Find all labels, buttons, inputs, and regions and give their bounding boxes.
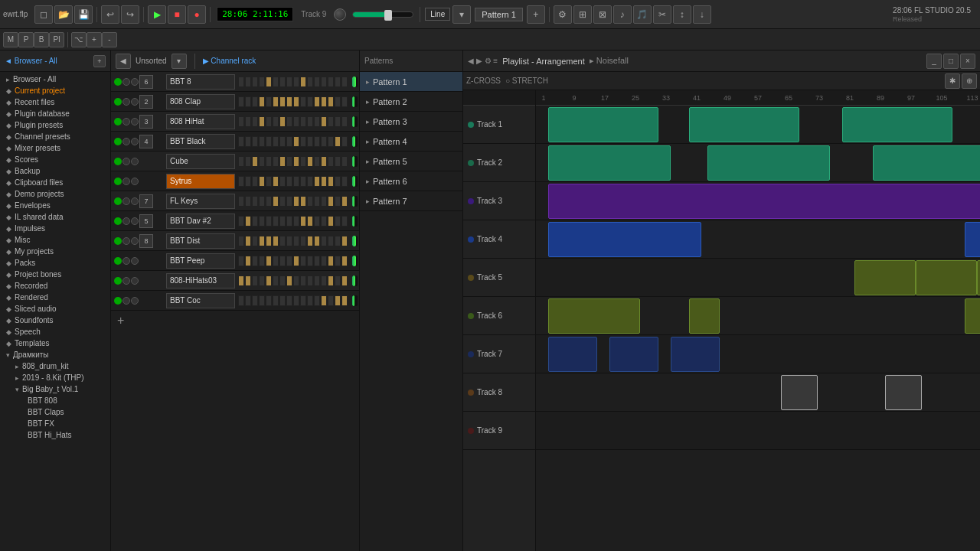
pad-0-13[interactable] [328,77,334,87]
track-block-6-2[interactable] [671,337,720,372]
pad-3-8[interactable] [293,136,299,147]
mute-btn-8[interactable] [114,237,122,245]
pad-0-6[interactable] [279,77,286,87]
tool4[interactable]: ♪ [613,5,632,24]
fx-btn-4[interactable] [131,158,139,165]
pad-2-8[interactable] [293,116,299,127]
pad-7-4[interactable] [266,216,272,227]
pad-11-11[interactable] [314,295,320,306]
close-playlist[interactable]: × [960,54,975,69]
sidebar-item-current-project[interactable]: ◆Current project [0,85,110,96]
pad-8-8[interactable] [293,236,299,246]
pad-9-15[interactable] [341,256,348,266]
pad-5-13[interactable] [328,176,334,187]
pad-10-3[interactable] [259,276,265,286]
redo-btn[interactable]: ↪ [121,5,139,24]
pad-7-0[interactable] [238,216,244,227]
pad-4-11[interactable] [314,156,320,167]
open-btn[interactable]: 📂 [54,5,73,24]
sidebar-item-808_drum_kit[interactable]: ▸808_drum_kit [0,360,110,372]
pad-0-8[interactable] [293,77,299,87]
channel-name-6[interactable]: FL Keys [166,194,235,209]
pad-2-4[interactable] [266,116,272,127]
pad-9-12[interactable] [321,256,327,266]
fx-btn-10[interactable] [131,277,139,285]
pad-2-10[interactable] [307,116,313,127]
sidebar-item-rendered[interactable]: ◆Rendered [0,292,110,303]
fx-btn-3[interactable] [131,138,139,145]
pattern-item-1[interactable]: ▸Pattern 2 [360,92,462,112]
pad-3-0[interactable] [238,136,244,147]
pad-5-4[interactable] [266,176,272,187]
sidebar-item-bbt-808[interactable]: BBT 808 [0,395,110,406]
pad-8-11[interactable] [314,236,320,246]
pad-4-12[interactable] [321,156,327,167]
pad-1-6[interactable] [279,96,286,107]
pad-7-14[interactable] [335,216,341,227]
pad-3-4[interactable] [266,136,272,147]
pad-6-3[interactable] [259,196,265,207]
pattern-item-2[interactable]: ▸Pattern 3 [360,112,462,132]
grid-track-row-1[interactable] [536,144,980,182]
pad-1-15[interactable] [341,96,348,107]
pad-10-13[interactable] [328,276,334,286]
pad-2-6[interactable] [279,116,286,127]
track-block-4-0[interactable] [854,260,916,295]
pad-6-14[interactable] [335,196,341,207]
sidebar-item-clipboard-files[interactable]: ◆Clipboard files [0,177,110,188]
sidebar-item-misc[interactable]: ◆Misc [0,234,110,246]
pad-5-8[interactable] [293,176,299,187]
pad-7-5[interactable] [273,216,279,227]
pad-4-2[interactable] [252,156,258,167]
pad-2-0[interactable] [238,116,244,127]
track-block-6-1[interactable] [609,337,658,372]
tool3[interactable]: ⊠ [593,5,612,24]
fx-btn-5[interactable] [131,178,139,185]
track-label-6[interactable]: Track 7 [463,335,535,373]
grid-track-row-5[interactable] [536,297,980,335]
sidebar-item-2019---8.kit-(thp)[interactable]: ▸2019 - 8.Kit (THP) [0,372,110,383]
grid-track-row-0[interactable] [536,106,980,144]
pad-2-14[interactable] [335,116,341,127]
mute-btn-1[interactable] [114,98,122,106]
channel-name-4[interactable]: Cube [166,154,235,169]
pad-10-15[interactable] [341,276,348,286]
pad-6-11[interactable] [314,196,320,207]
fader-8[interactable] [352,236,358,246]
fader-11[interactable] [352,295,358,306]
undo-btn[interactable]: ↩ [101,5,119,24]
pad-9-7[interactable] [286,256,292,266]
track-block-6-0[interactable] [548,337,597,372]
progress-bar[interactable] [352,11,413,18]
sidebar-item-plugin-presets[interactable]: ◆Plugin presets [0,119,110,131]
grid-track-row-8[interactable] [536,412,980,450]
fader-6[interactable] [352,196,358,207]
mute-btn-5[interactable] [114,178,122,185]
track-label-4[interactable]: Track 5 [463,259,535,297]
pad-11-13[interactable] [328,295,334,306]
pattern-display[interactable]: Pattern 1 [475,8,523,21]
track-block-4-1[interactable] [916,260,977,295]
sidebar-item-recent-files[interactable]: ◆Recent files [0,96,110,108]
pad-3-11[interactable] [314,136,320,147]
track-block-0-1[interactable] [689,107,799,142]
pad-11-12[interactable] [321,295,327,306]
pad-8-4[interactable] [266,236,272,246]
pad-1-4[interactable] [266,96,272,107]
pad-4-3[interactable] [259,156,265,167]
pad-8-3[interactable] [259,236,265,246]
pad-11-8[interactable] [293,295,299,306]
pad-2-12[interactable] [321,116,327,127]
pad-5-10[interactable] [307,176,313,187]
pad-2-15[interactable] [341,116,348,127]
channel-name-2[interactable]: 808 HiHat [166,114,235,129]
pad-3-7[interactable] [286,136,292,147]
pad-1-8[interactable] [293,96,299,107]
pad-10-4[interactable] [266,276,272,286]
pad-0-5[interactable] [273,77,279,87]
pad-6-8[interactable] [293,196,299,207]
pad-6-7[interactable] [286,196,292,207]
mute-btn-3[interactable] [114,138,122,145]
solo-btn-6[interactable] [122,197,130,205]
solo-btn-5[interactable] [122,178,130,185]
